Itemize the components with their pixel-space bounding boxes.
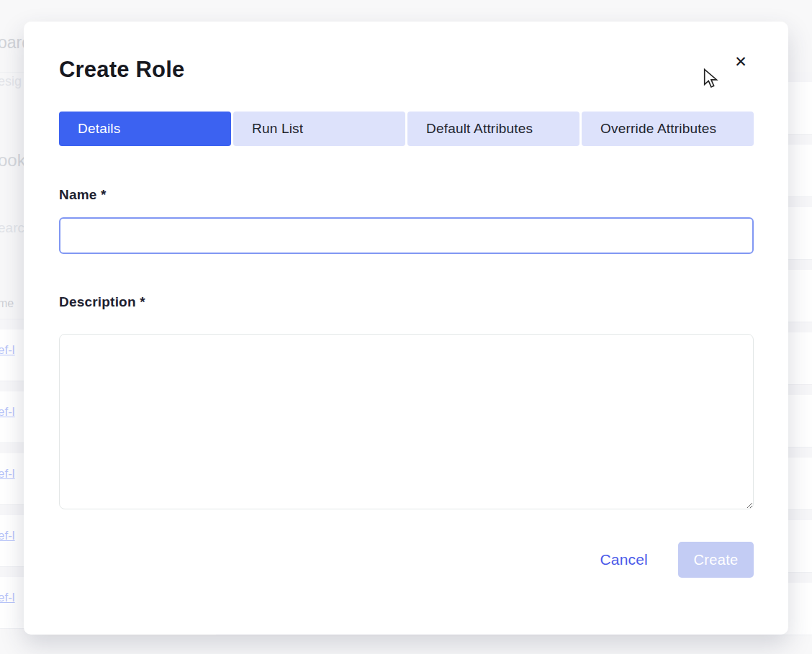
tab-details[interactable]: Details	[59, 112, 231, 146]
modal-title: Create Role	[59, 56, 754, 83]
cancel-button[interactable]: Cancel	[598, 548, 649, 571]
description-label: Description *	[59, 294, 754, 310]
tab-default-attributes[interactable]: Default Attributes	[407, 112, 579, 146]
close-icon[interactable]: ✕	[731, 52, 751, 72]
name-label: Name *	[59, 187, 754, 203]
screen: oard esig ook earc me ef-l ef-l ef-l	[0, 0, 812, 654]
tab-override-attributes[interactable]: Override Attributes	[582, 112, 754, 146]
description-textarea[interactable]	[59, 334, 754, 509]
tab-run-list[interactable]: Run List	[233, 112, 405, 146]
create-button[interactable]: Create	[678, 542, 754, 578]
create-role-modal: Create Role ✕ Details Run List Default A…	[24, 22, 788, 635]
modal-tab-bar: Details Run List Default Attributes Over…	[59, 112, 754, 146]
modal-actions: Cancel Create	[59, 542, 754, 578]
name-input[interactable]	[59, 217, 754, 254]
